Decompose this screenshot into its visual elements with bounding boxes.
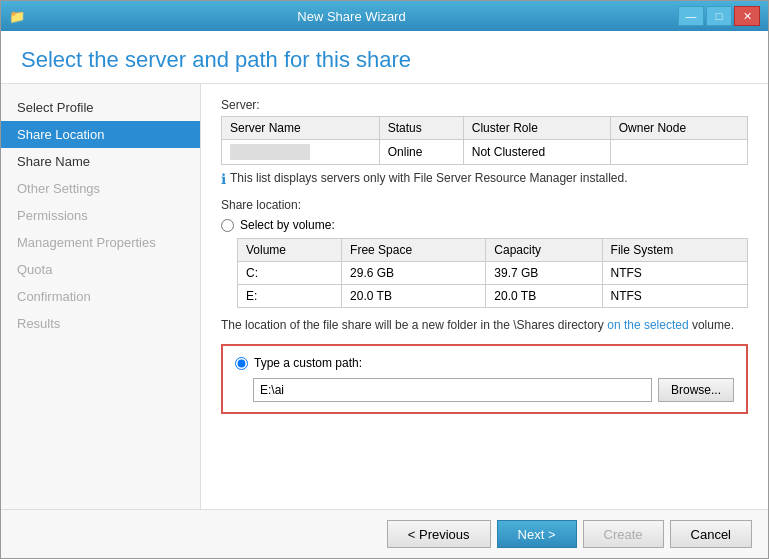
vol-col-volume: Volume xyxy=(238,239,342,262)
vol-c-label: C: xyxy=(238,262,342,285)
vol-e-label: E: xyxy=(238,285,342,308)
server-name-cell xyxy=(222,140,380,165)
vol-c-fs: NTFS xyxy=(602,262,747,285)
window-title: New Share Wizard xyxy=(25,9,678,24)
sidebar-item-share-name[interactable]: Share Name xyxy=(1,148,200,175)
path-input-row: Browse... xyxy=(253,378,734,402)
window-icon: 📁 xyxy=(9,9,25,24)
note-text: The location of the file share will be a… xyxy=(221,316,748,334)
title-bar-icon-area: 📁 xyxy=(9,9,25,24)
owner-node-cell xyxy=(610,140,747,165)
vol-e-fs: NTFS xyxy=(602,285,747,308)
sidebar-item-management-properties: Management Properties xyxy=(1,229,200,256)
volume-table: Volume Free Space Capacity File System C… xyxy=(237,238,748,308)
vol-e-capacity: 20.0 TB xyxy=(486,285,602,308)
vol-col-capacity: Capacity xyxy=(486,239,602,262)
vol-c-free: 29.6 GB xyxy=(342,262,486,285)
custom-path-box: Type a custom path: Browse... xyxy=(221,344,748,414)
page-title: Select the server and path for this shar… xyxy=(21,47,748,73)
col-cluster-role: Cluster Role xyxy=(463,117,610,140)
table-row[interactable]: C: 29.6 GB 39.7 GB NTFS xyxy=(238,262,748,285)
sidebar-item-select-profile[interactable]: Select Profile xyxy=(1,94,200,121)
maximize-button[interactable]: □ xyxy=(706,6,732,26)
sidebar-item-quota: Quota xyxy=(1,256,200,283)
content-panel: Server: Server Name Status Cluster Role … xyxy=(201,84,768,509)
vol-col-file-system: File System xyxy=(602,239,747,262)
cancel-button[interactable]: Cancel xyxy=(670,520,752,548)
table-row[interactable]: E: 20.0 TB 20.0 TB NTFS xyxy=(238,285,748,308)
custom-path-input[interactable] xyxy=(253,378,652,402)
sidebar: Select ProfileShare LocationShare NameOt… xyxy=(1,84,201,509)
sidebar-item-results: Results xyxy=(1,310,200,337)
server-table: Server Name Status Cluster Role Owner No… xyxy=(221,116,748,165)
wizard-window: 📁 New Share Wizard — □ ✕ Select the serv… xyxy=(0,0,769,559)
col-owner-node: Owner Node xyxy=(610,117,747,140)
close-button[interactable]: ✕ xyxy=(734,6,760,26)
status-cell: Online xyxy=(379,140,463,165)
server-section-label: Server: xyxy=(221,98,748,112)
vol-c-capacity: 39.7 GB xyxy=(486,262,602,285)
minimize-button[interactable]: — xyxy=(678,6,704,26)
custom-path-radio[interactable] xyxy=(235,357,248,370)
main-body: Select ProfileShare LocationShare NameOt… xyxy=(1,84,768,509)
title-bar: 📁 New Share Wizard — □ ✕ xyxy=(1,1,768,31)
content-area: Select the server and path for this shar… xyxy=(1,31,768,558)
share-location-label: Share location: xyxy=(221,198,748,212)
sidebar-item-share-location[interactable]: Share Location xyxy=(1,121,200,148)
vol-e-free: 20.0 TB xyxy=(342,285,486,308)
col-server-name: Server Name xyxy=(222,117,380,140)
custom-path-label: Type a custom path: xyxy=(254,356,362,370)
table-row[interactable]: Online Not Clustered xyxy=(222,140,748,165)
previous-button[interactable]: < Previous xyxy=(387,520,491,548)
page-header: Select the server and path for this shar… xyxy=(1,31,768,84)
browse-button[interactable]: Browse... xyxy=(658,378,734,402)
info-icon: ℹ xyxy=(221,171,226,188)
sidebar-item-confirmation: Confirmation xyxy=(1,283,200,310)
select-by-volume-label: Select by volume: xyxy=(240,218,335,232)
info-message: ℹ This list displays servers only with F… xyxy=(221,171,748,188)
next-button[interactable]: Next > xyxy=(497,520,577,548)
title-bar-controls: — □ ✕ xyxy=(678,6,760,26)
create-button[interactable]: Create xyxy=(583,520,664,548)
vol-col-free-space: Free Space xyxy=(342,239,486,262)
sidebar-item-permissions: Permissions xyxy=(1,202,200,229)
footer: < Previous Next > Create Cancel xyxy=(1,509,768,558)
custom-path-option[interactable]: Type a custom path: xyxy=(235,356,734,370)
col-status: Status xyxy=(379,117,463,140)
select-by-volume-radio[interactable] xyxy=(221,219,234,232)
sidebar-item-other-settings: Other Settings xyxy=(1,175,200,202)
select-by-volume-option[interactable]: Select by volume: xyxy=(221,218,748,232)
cluster-role-cell: Not Clustered xyxy=(463,140,610,165)
